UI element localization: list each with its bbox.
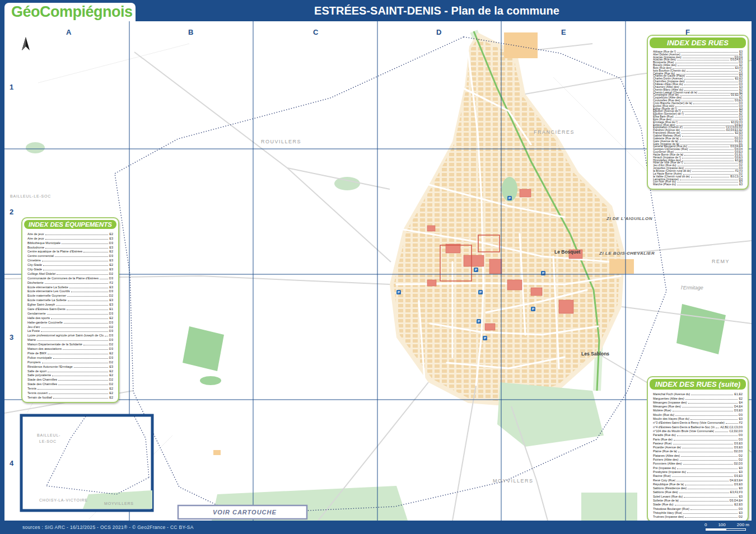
- svg-text:A: A: [66, 28, 72, 36]
- index-entry: Théodose Boulanger (Rue)D3: [653, 506, 743, 510]
- index-rues-list: Abbaye (Rue de l')E3Abel Didelet (Avenue…: [650, 48, 746, 187]
- index-entry: Pré (Impasse du)E3: [653, 465, 743, 469]
- index-entry: René Coty (Rue)D4,E3,E4: [653, 477, 743, 481]
- index-entry: Centre commercialD3: [27, 253, 113, 257]
- index-rues-suite-list: Maréchal Foch (Avenue du)E1,E2Marguerite…: [650, 390, 746, 519]
- index-entry: Poiriers (Allée des)D2: [653, 457, 743, 461]
- index-rues-suite-panel: INDEX DES RUES (suite) Maréchal Foch (Av…: [647, 376, 749, 522]
- zi-label: ZI LE BOIS CHEVALIER: [599, 251, 655, 256]
- svg-text:P: P: [484, 336, 486, 340]
- index-entry: Ecole élémentaire La SolletteE3: [27, 284, 113, 289]
- index-equipements-panel: INDEX DES ÉQUIPEMENTS Aire de jeuxE2Aire…: [21, 217, 119, 403]
- index-entry: Pasteur (Rue)D3,E3: [653, 441, 743, 445]
- svg-text:P: P: [475, 268, 477, 271]
- index-entry: Halle des sportsE2: [27, 315, 113, 320]
- svg-text:1: 1: [10, 83, 13, 91]
- index-entry: GendarmerieD3: [27, 311, 113, 315]
- index-entry: Mésanges (Impasse des)E4: [653, 400, 743, 404]
- index-entry: Tennis couvertE2: [27, 390, 113, 395]
- scale-segment: [726, 528, 746, 531]
- inset-label: CHOISY-LA-VICTOIRE: [39, 498, 88, 502]
- index-entry: Maison Départementale de la SolidaritéD2: [27, 341, 113, 346]
- index-entry: La PosteD3: [27, 329, 113, 333]
- index-entry: BoulodromeE3: [27, 245, 113, 249]
- scale-tick-0: 0: [704, 522, 707, 527]
- svg-text:P: P: [479, 291, 482, 294]
- index-entry: Halte-garderie CoccinelleD3: [27, 320, 113, 324]
- index-entry: Marguerites (Allée des)E2: [653, 396, 743, 400]
- index-entry: Communauté de Communes de la Plaine d'Es…: [27, 275, 113, 280]
- index-entry: Lycée professionnel agricole privé Saint…: [27, 332, 113, 337]
- index-entry: Sablons (Résidence des)E3: [653, 486, 743, 490]
- index-entry: Ecole maternelle GuynemerD2: [27, 293, 113, 297]
- index-entry: Salle polyvalenteE2: [27, 373, 113, 377]
- locality-label: Le Bosquet: [554, 249, 580, 255]
- index-entry: CimetièreE3: [27, 257, 113, 262]
- index-entry: Picardie (Avenue de)D3,E3: [653, 445, 743, 449]
- svg-text:E: E: [561, 28, 566, 36]
- place-label: MOYVILLERS: [493, 478, 534, 484]
- place-label: REMY: [712, 259, 730, 264]
- index-entry: Ecole maternelle La SolletteE3: [27, 297, 113, 302]
- index-entry: Molière (Rue)D3,E3: [653, 408, 743, 412]
- index-entry: Stade des CharmillesD2: [27, 381, 113, 386]
- index-rues-panel: INDEX DES RUES Abbaye (Rue de l')E3Abel …: [647, 35, 749, 190]
- svg-text:P: P: [508, 196, 511, 200]
- index-entry: Platanes (Allée des)D2: [653, 453, 743, 457]
- index-entry: City-StadeE2: [27, 262, 113, 266]
- index-entry: City-StadeE3: [27, 266, 113, 271]
- index-entry: Mésanges (Rue des)D4,E4: [653, 404, 743, 408]
- index-entry: n°3 d'Estrées-Saint-Denis à Remy (Voie C…: [653, 420, 743, 424]
- index-entry: Ecole élémentaire Les CourtilsD3: [27, 289, 113, 293]
- svg-text:4: 4: [10, 459, 14, 467]
- index-entry: Sablons (Rue des)E3,F2,F3: [653, 490, 743, 494]
- scale-tick-100: 100: [718, 522, 725, 527]
- index-entry: Police municipaleD3: [27, 355, 113, 359]
- page-title: ESTRÉES-SAINT-DENIS - Plan de la commune: [314, 4, 559, 17]
- index-entry: Pommiers (Allée des)D2,D3: [653, 461, 743, 465]
- index-entry: Paris (Rue de)D3: [653, 437, 743, 441]
- index-entry: Résidence Autonomie l'ErmitageE3: [27, 364, 113, 368]
- index-entry: Maréchal Foch (Avenue du)E1,E2: [653, 392, 743, 396]
- index-entry: République (Rue de la)D3,E3: [653, 482, 743, 486]
- index-entry: Aire de jeuxE3: [27, 236, 113, 240]
- index-entry: Jeu d'arcD2: [27, 324, 113, 329]
- svg-text:3: 3: [10, 333, 13, 341]
- index-rues-suite-title: INDEX DES RUES (suite): [650, 379, 746, 390]
- logo-text: GéoCompiégnois: [11, 3, 133, 21]
- index-entry: Maison des associationsD3: [27, 346, 113, 350]
- header-bar: GéoCompiégnois ESTRÉES-SAINT-DENIS - Pla…: [0, 0, 756, 21]
- logo: GéoCompiégnois: [4, 3, 136, 21]
- scale-tick-200: 200 m: [737, 522, 749, 527]
- index-equipements-title: INDEX DES ÉQUIPEMENTS: [24, 220, 116, 229]
- place-label: BAILLEUL-LE-SOC: [10, 194, 51, 198]
- index-rues-title: INDEX DES RUES: [650, 38, 746, 48]
- inset-label: MOYVILLERS: [104, 502, 134, 505]
- index-entry: Aire de jeuxE2: [27, 231, 113, 236]
- index-entry: PompiersD2: [27, 359, 113, 364]
- cartouche-label: VOIR CARTOUCHE: [213, 509, 277, 516]
- index-entry: Moulin (Rue du)D3: [653, 412, 743, 416]
- sources-text: sources : SIG ARC - 16/12/2025 - OCS 202…: [0, 524, 194, 530]
- index-entry: Eglise Saint-JosephE3: [27, 302, 113, 306]
- index-entry: Soleil Levant (Rue du)E3: [653, 494, 743, 498]
- zi-label: ZI DE L'AIGUILLON: [606, 216, 652, 221]
- cartouche-box: VOIR CARTOUCHE: [178, 505, 307, 519]
- index-entry: Stade (Rue du)E2,E3: [653, 502, 743, 506]
- svg-text:D: D: [436, 28, 441, 36]
- index-entry: Stade des CharmillesD2: [27, 377, 113, 381]
- index-entry: Racine (Rue)D3,E3: [653, 474, 743, 477]
- index-entry: Piste de BMXE2: [27, 350, 113, 355]
- index-entry: Théophile Havy (Rue)E3: [653, 510, 743, 514]
- index-entry: Sollette (Rue de la)D3,D4,E4: [653, 498, 743, 502]
- index-entry: Salle de sportE2: [27, 368, 113, 373]
- scale-bar: 0 100 200 m: [704, 522, 749, 531]
- footer-bar: sources : SIG ARC - 16/12/2025 - OCS 202…: [0, 521, 756, 534]
- index-entry: Paradis (Rue du)D3: [653, 433, 743, 437]
- index-entry: Bibliothèque MunicipaleD3: [27, 240, 113, 245]
- svg-text:P: P: [478, 320, 480, 323]
- index-entry: TennisE2: [27, 386, 113, 390]
- index-entry: Presbytère (Impasse du)E3: [653, 470, 743, 474]
- locality-label: Les Sablons: [581, 351, 609, 357]
- index-entry: Collège Abel DideletD2: [27, 271, 113, 275]
